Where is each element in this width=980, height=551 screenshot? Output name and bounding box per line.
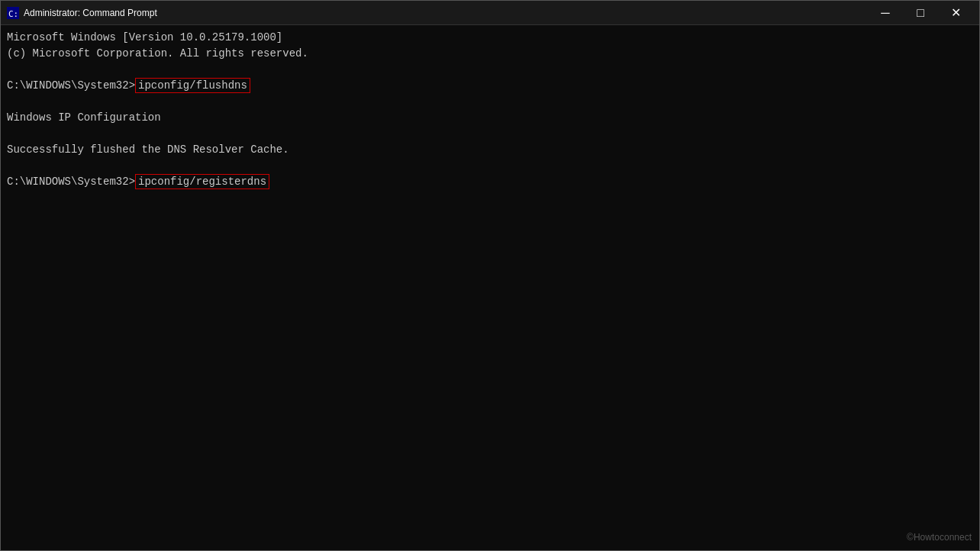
terminal[interactable]: Microsoft Windows [Version 10.0.25179.10… — [1, 25, 979, 550]
line-prompt1: C:\WINDOWS\System32>ipconfig/flushdns — [7, 78, 973, 94]
watermark: ©Howtoconnect — [907, 531, 972, 544]
window: C: Administrator: Command Prompt ─ □ ✕ M… — [0, 0, 980, 551]
line-blank4 — [7, 158, 973, 174]
svg-text:C:: C: — [8, 9, 18, 19]
cmd-icon: C: — [7, 7, 19, 19]
maximize-button[interactable]: □ — [903, 1, 938, 25]
line-prompt2: C:\WINDOWS\System32>ipconfig/registerdns — [7, 174, 973, 190]
line-version: Microsoft Windows [Version 10.0.25179.10… — [7, 30, 973, 46]
line-blank1 — [7, 62, 973, 78]
line-success: Successfully flushed the DNS Resolver Ca… — [7, 142, 973, 158]
command1-box: ipconfig/flushdns — [135, 78, 250, 93]
title-bar-controls: ─ □ ✕ — [868, 1, 973, 25]
line-blank2 — [7, 94, 973, 110]
line-blank3 — [7, 126, 973, 142]
line-ipconfig: Windows IP Configuration — [7, 110, 973, 126]
close-button[interactable]: ✕ — [938, 1, 973, 25]
prompt1-text: C:\WINDOWS\System32> — [7, 79, 135, 92]
title-bar: C: Administrator: Command Prompt ─ □ ✕ — [1, 1, 979, 25]
minimize-button[interactable]: ─ — [868, 1, 903, 25]
prompt2-text: C:\WINDOWS\System32> — [7, 176, 135, 188]
command2-box: ipconfig/registerdns — [135, 174, 269, 189]
line-copyright: (c) Microsoft Corporation. All rights re… — [7, 46, 973, 62]
title-bar-text: Administrator: Command Prompt — [24, 8, 868, 18]
terminal-content: Microsoft Windows [Version 10.0.25179.10… — [4, 28, 976, 192]
